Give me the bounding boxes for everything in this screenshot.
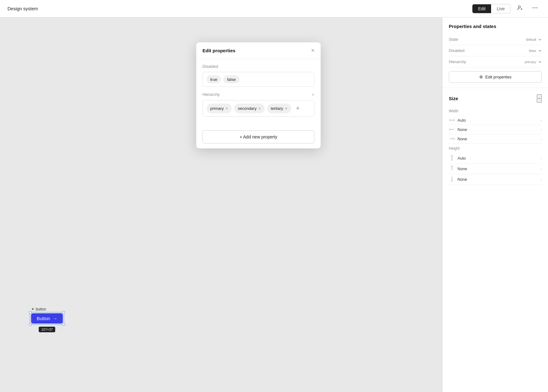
hierarchy-section-header: Hierarchy × bbox=[202, 92, 314, 97]
handle-tl[interactable] bbox=[29, 311, 31, 314]
size-collapse-button[interactable]: − bbox=[537, 94, 542, 103]
chevron-down-icon bbox=[538, 38, 542, 41]
hierarchy-label: Hierarchy bbox=[202, 92, 220, 97]
edit-properties-modal: Edit properties × Disabled true false bbox=[196, 42, 321, 148]
ellipsis-icon bbox=[532, 5, 538, 11]
app-title: Design system bbox=[7, 6, 38, 11]
topbar-right: Edit Live bbox=[472, 3, 541, 14]
edit-props-label: Edit properties bbox=[485, 75, 512, 79]
state-value: default bbox=[526, 38, 536, 41]
tag-primary: primary × bbox=[207, 104, 232, 113]
disabled-section-header: Disabled bbox=[202, 64, 314, 69]
height-icon-2 bbox=[449, 166, 455, 172]
disabled-tag-false-text: false bbox=[227, 77, 235, 82]
canvas-element-name: button bbox=[36, 307, 46, 311]
canvas-button-wrapper: Button → 107×37 bbox=[31, 313, 63, 324]
disabled-label: Disabled bbox=[202, 64, 218, 69]
width-dash-1: - bbox=[541, 118, 542, 123]
disabled-value-select[interactable]: false bbox=[529, 49, 542, 53]
modal-header: Edit properties × bbox=[196, 42, 321, 59]
canvas-element-area: ✦ button Button → 107×37 bbox=[31, 307, 63, 324]
more-options-button[interactable] bbox=[529, 3, 541, 14]
edit-live-toggle: Edit Live bbox=[472, 4, 511, 13]
width-row-3: None - bbox=[449, 134, 542, 144]
height-dash-2: - bbox=[541, 166, 542, 171]
height-row-2: None - bbox=[449, 164, 542, 174]
chevron-down-icon bbox=[538, 60, 542, 64]
disabled-prop-label: Disabled bbox=[449, 48, 465, 53]
disabled-prop-row: Disabled false bbox=[449, 45, 542, 56]
height-value-2: None bbox=[457, 166, 538, 171]
disabled-section: Disabled true false bbox=[202, 64, 314, 87]
add-property-button[interactable]: + Add new property bbox=[202, 130, 314, 143]
properties-title: Properties and states bbox=[449, 24, 542, 29]
hierarchy-tags-container: primary × secondary × tertiary × + bbox=[202, 100, 314, 117]
size-section: Size − Width Auto - None - bbox=[443, 89, 548, 185]
width-value-1: Auto bbox=[457, 118, 538, 123]
handle-br[interactable] bbox=[63, 323, 65, 326]
canvas-preview-button[interactable]: Button → bbox=[31, 313, 63, 324]
hierarchy-value-select[interactable]: primary bbox=[525, 60, 542, 64]
edit-properties-button[interactable]: ⚙ Edit properties bbox=[449, 71, 542, 83]
width-icon-3 bbox=[449, 137, 455, 141]
live-toggle-button[interactable]: Live bbox=[491, 4, 510, 13]
modal-close-button[interactable]: × bbox=[311, 47, 314, 54]
add-tag-button[interactable]: + bbox=[294, 104, 302, 113]
height-dash-1: - bbox=[541, 156, 542, 161]
disabled-tags-container: true false bbox=[202, 72, 314, 87]
tag-secondary-remove[interactable]: × bbox=[258, 106, 261, 111]
width-label: Width bbox=[449, 109, 542, 113]
canvas-size-badge: 107×37 bbox=[39, 327, 55, 332]
height-value-1: Auto bbox=[457, 156, 538, 161]
width-row-1: Auto - bbox=[449, 116, 542, 125]
width-value-3: None bbox=[457, 137, 538, 141]
svg-point-2 bbox=[535, 7, 536, 8]
state-value-select[interactable]: default bbox=[526, 38, 542, 41]
hierarchy-section: Hierarchy × primary × secondary × bbox=[202, 92, 314, 117]
tag-tertiary-remove[interactable]: × bbox=[285, 106, 287, 111]
tag-primary-text: primary bbox=[210, 106, 224, 111]
svg-point-0 bbox=[518, 6, 521, 8]
tag-secondary-text: secondary bbox=[238, 106, 257, 111]
tag-tertiary: tertiary × bbox=[267, 104, 291, 113]
edit-toggle-button[interactable]: Edit bbox=[472, 4, 491, 13]
svg-point-1 bbox=[533, 7, 534, 8]
modal-footer: + Add new property bbox=[196, 127, 321, 148]
tag-tertiary-text: tertiary bbox=[271, 106, 283, 111]
modal-body: Disabled true false Hierarchy bbox=[196, 59, 321, 127]
modal-overlay: Edit properties × Disabled true false bbox=[0, 17, 442, 392]
handle-bl[interactable] bbox=[29, 323, 31, 326]
height-subsection: Height Auto - None - None - bbox=[443, 146, 548, 185]
height-label: Height bbox=[449, 146, 542, 151]
hierarchy-prop-label: Hierarchy bbox=[449, 59, 466, 64]
hierarchy-close-button[interactable]: × bbox=[312, 92, 314, 97]
right-panel: Properties and states State default Disa… bbox=[442, 17, 548, 392]
height-icon-3 bbox=[449, 176, 455, 182]
canvas[interactable]: Edit properties × Disabled true false bbox=[0, 17, 442, 392]
disabled-tag-true: true bbox=[207, 75, 221, 83]
width-value-2: None bbox=[457, 127, 538, 132]
disabled-tag-false: false bbox=[223, 75, 239, 83]
tag-primary-remove[interactable]: × bbox=[225, 106, 228, 111]
move-icon: ✦ bbox=[31, 307, 35, 311]
hierarchy-value: primary bbox=[525, 60, 536, 64]
add-user-button[interactable] bbox=[514, 3, 526, 14]
width-dash-2: - bbox=[541, 127, 542, 132]
disabled-value: false bbox=[529, 49, 536, 53]
height-dash-3: - bbox=[541, 177, 542, 182]
disabled-tag-true-text: true bbox=[210, 77, 217, 82]
canvas-button-arrow: → bbox=[53, 316, 57, 321]
width-icon-2 bbox=[449, 127, 455, 132]
width-icon-1 bbox=[449, 118, 455, 123]
edit-props-icon: ⚙ bbox=[479, 75, 483, 79]
handle-tr[interactable] bbox=[63, 311, 65, 314]
height-value-3: None bbox=[457, 177, 538, 182]
height-icon-1 bbox=[449, 155, 455, 161]
width-row-2: None - bbox=[449, 125, 542, 134]
height-row-3: None - bbox=[449, 174, 542, 185]
width-subsection: Width Auto - None - None - bbox=[443, 109, 548, 144]
canvas-button-text: Button bbox=[37, 316, 50, 321]
properties-section: Properties and states State default Disa… bbox=[443, 24, 548, 88]
chevron-down-icon bbox=[538, 49, 542, 53]
topbar: Design system Edit Live bbox=[0, 0, 548, 17]
